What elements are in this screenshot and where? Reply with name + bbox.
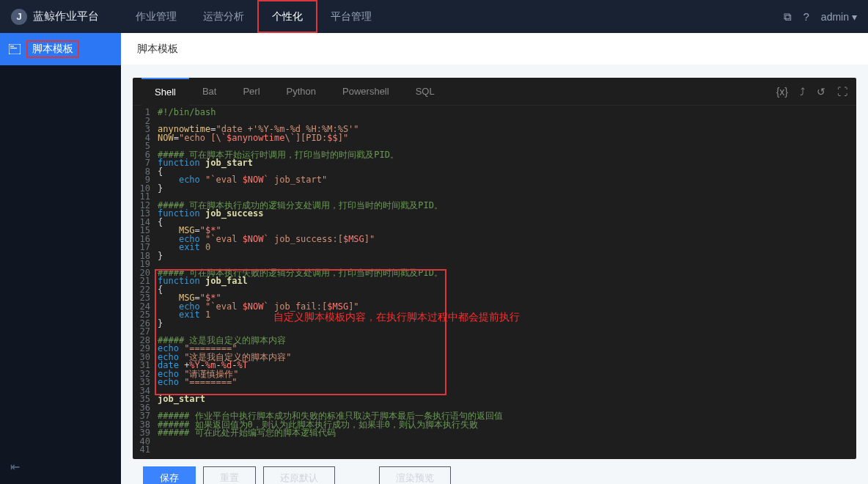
- code-line[interactable]: function job_success: [158, 210, 856, 219]
- code-line[interactable]: ##### 可在脚本开始运行时调用，打印当时的时间戳及PID。: [158, 151, 856, 160]
- user-dropdown[interactable]: admin ▾: [821, 11, 857, 23]
- button-row: 保存 重置 还原默认 渲染预览: [133, 459, 856, 484]
- logo-area: J 蓝鲸作业平台: [11, 9, 122, 25]
- code-content[interactable]: 自定义脚本模板内容，在执行脚本过程中都会提前执行 #!/bin/bash any…: [158, 109, 856, 459]
- code-line[interactable]: echo "========": [158, 378, 856, 387]
- collapse-sidebar-icon[interactable]: ⇤: [10, 460, 20, 474]
- code-line[interactable]: date +%Y-%m-%d-%T: [158, 362, 856, 370]
- editor-tab[interactable]: SQL: [402, 78, 448, 106]
- sidebar-item-label: 脚本模板: [26, 40, 79, 58]
- top-nav-item[interactable]: 运营分析: [190, 0, 257, 33]
- code-line[interactable]: exit 0: [158, 243, 856, 252]
- main: 脚本模板 ShellBatPerlPythonPowershellSQL {x}…: [121, 33, 868, 484]
- code-line[interactable]: ##### 这是我自定义的脚本内容: [158, 337, 856, 345]
- svg-rect-2: [10, 48, 17, 48]
- editor-tools: {x} ⤴ ↺ ⛶: [776, 86, 847, 98]
- editor-tab[interactable]: Perl: [229, 78, 273, 106]
- variable-icon[interactable]: {x}: [776, 86, 788, 98]
- top-nav-item[interactable]: 个性化: [257, 0, 317, 33]
- code-area[interactable]: 1234567891011121314151617181920212223242…: [133, 106, 856, 459]
- code-line[interactable]: echo "`eval $NOW` job_fail:[$MSG]": [158, 303, 856, 312]
- help-icon[interactable]: ?: [803, 10, 809, 23]
- code-editor: ShellBatPerlPythonPowershellSQL {x} ⤴ ↺ …: [133, 78, 856, 459]
- code-line[interactable]: {: [158, 219, 856, 227]
- code-line[interactable]: }: [158, 185, 856, 194]
- code-line[interactable]: function job_fail: [158, 277, 856, 286]
- sidebar: 脚本模板: [0, 33, 121, 484]
- code-line[interactable]: echo "`eval $NOW` job_success:[$MSG]": [158, 235, 856, 244]
- app-switch-icon[interactable]: ⧉: [784, 10, 792, 23]
- editor-wrap: ShellBatPerlPythonPowershellSQL {x} ⤴ ↺ …: [121, 65, 868, 484]
- fullscreen-icon[interactable]: ⛶: [837, 86, 847, 98]
- logo-icon: J: [11, 9, 27, 25]
- code-line[interactable]: [158, 387, 856, 396]
- chevron-down-icon: ▾: [852, 11, 857, 23]
- user-label: admin: [821, 11, 849, 23]
- template-icon: [9, 44, 21, 54]
- reset-button[interactable]: 重置: [203, 466, 256, 484]
- restore-default-button[interactable]: 还原默认: [263, 466, 335, 484]
- brand-name: 蓝鲸作业平台: [33, 10, 99, 23]
- gutter: 1234567891011121314151617181920212223242…: [133, 109, 158, 459]
- code-line[interactable]: ###### 可在此处开始编写您的脚本逻辑代码: [158, 429, 856, 438]
- code-line[interactable]: echo "这是我自定义的脚本内容": [158, 353, 856, 362]
- code-line[interactable]: ##### 可在脚本执行失败的逻辑分支处调用，打印当时的时间戳及PID。: [158, 269, 856, 278]
- editor-tabs: ShellBatPerlPythonPowershellSQL {x} ⤴ ↺ …: [133, 78, 856, 106]
- render-preview-button[interactable]: 渲染预览: [379, 466, 451, 484]
- editor-tab[interactable]: Shell: [141, 78, 189, 106]
- code-line[interactable]: [158, 438, 856, 447]
- code-line[interactable]: echo "请谨慎操作": [158, 370, 856, 379]
- code-line[interactable]: {: [158, 286, 856, 295]
- code-line[interactable]: job_start: [158, 395, 856, 404]
- sidebar-item-script-template[interactable]: 脚本模板: [0, 33, 121, 65]
- history-icon[interactable]: ↺: [817, 86, 825, 98]
- code-line[interactable]: [158, 446, 856, 455]
- top-nav-item[interactable]: 平台管理: [317, 0, 385, 33]
- page-title: 脚本模板: [137, 43, 178, 56]
- page-title-bar: 脚本模板: [121, 33, 868, 65]
- code-line[interactable]: NOW="echo [\`$anynowtime\`][PID:$$]": [158, 134, 856, 143]
- code-line[interactable]: function job_start: [158, 159, 856, 168]
- editor-tab[interactable]: Powershell: [329, 78, 402, 106]
- upload-icon[interactable]: ⤴: [800, 86, 805, 98]
- top-nav: 作业管理运营分析个性化平台管理: [122, 0, 385, 33]
- code-line[interactable]: }: [158, 320, 856, 329]
- svg-rect-1: [10, 46, 14, 47]
- svg-rect-0: [9, 44, 21, 54]
- code-line[interactable]: exit 1: [158, 311, 856, 320]
- code-line[interactable]: }: [158, 252, 856, 261]
- top-bar: J 蓝鲸作业平台 作业管理运营分析个性化平台管理 ⧉ ? admin ▾: [0, 0, 868, 33]
- editor-tab[interactable]: Python: [273, 78, 329, 106]
- editor-tab[interactable]: Bat: [189, 78, 230, 106]
- code-line[interactable]: echo "`eval $NOW` job_start": [158, 176, 856, 185]
- top-nav-item[interactable]: 作业管理: [122, 0, 190, 33]
- top-right: ⧉ ? admin ▾: [784, 10, 857, 23]
- code-line[interactable]: #!/bin/bash: [158, 109, 856, 117]
- save-button[interactable]: 保存: [143, 466, 196, 484]
